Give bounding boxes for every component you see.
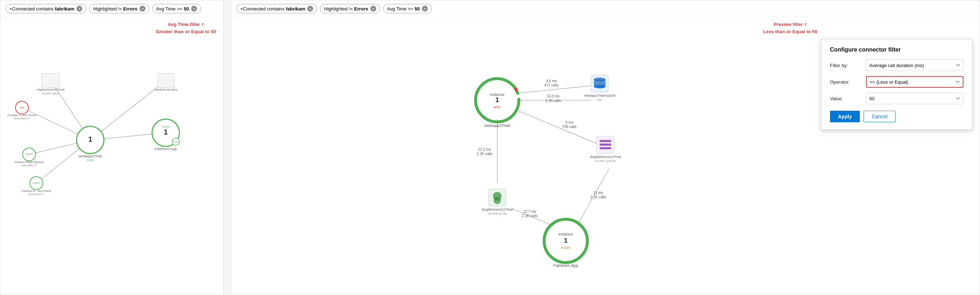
left-node-diag-label: diagfabrikam0137ha6 bbox=[37, 88, 65, 91]
config-value-label: Value: bbox=[830, 96, 862, 102]
right-filter-bar: +Connected contains fabrikam ✕ Highlight… bbox=[231, 0, 980, 17]
right-node-fabrikam-label: Fabrikam-App bbox=[553, 263, 578, 268]
svg-rect-51 bbox=[600, 144, 611, 146]
svg-point-47 bbox=[594, 85, 606, 88]
right-filter-avgtime-text: Avg Time >= 50 bbox=[387, 6, 420, 11]
svg-text:13.3 ms: 13.3 ms bbox=[547, 94, 560, 98]
svg-line-29 bbox=[519, 111, 606, 147]
left-filter-bar: +Connected contains fabrikam ✕ Highlight… bbox=[0, 0, 223, 17]
left-filter-avgtime-close[interactable]: ✕ bbox=[191, 6, 197, 11]
svg-text:4.6 ms: 4.6 ms bbox=[546, 79, 557, 83]
right-panel: +Connected contains fabrikam ✕ Highlight… bbox=[231, 0, 980, 295]
config-operator-row: Operator: <= (Less or Equal) >= (Greater… bbox=[830, 76, 963, 88]
svg-text:AVAILABILITY: AVAILABILITY bbox=[14, 117, 30, 120]
svg-text:Fabrikam-App: Fabrikam-App bbox=[154, 147, 177, 151]
svg-text:AVAILABILITY: AVAILABILITY bbox=[21, 164, 37, 167]
config-filter-by-label: Filter by: bbox=[830, 63, 862, 68]
right-filter-connected-close[interactable]: ✕ bbox=[307, 6, 313, 11]
left-filter-connected[interactable]: +Connected contains fabrikam ✕ bbox=[5, 4, 86, 13]
svg-text:●3%: ●3% bbox=[494, 105, 500, 109]
left-node-retailapp-label: retailapp37ha6 bbox=[78, 154, 102, 158]
left-filter-info: Avg Time filter = Greater than or Equal … bbox=[156, 21, 216, 35]
right-filter-avgtime[interactable]: Avg Time >= 50 ✕ bbox=[383, 4, 432, 13]
svg-text:2.1K calls: 2.1K calls bbox=[590, 195, 606, 199]
config-operator-label: Operator: bbox=[830, 79, 862, 85]
svg-text:100%: 100% bbox=[162, 125, 169, 128]
svg-text:instance: instance bbox=[558, 232, 573, 236]
svg-text:1: 1 bbox=[564, 237, 567, 244]
svg-text:2.1K calls: 2.1K calls bbox=[522, 214, 538, 218]
svg-text:Contoso R...vice Home: Contoso R...vice Home bbox=[22, 189, 52, 193]
config-filter-by-row: Filter by: Average call duration (ms) Ca… bbox=[830, 60, 963, 71]
right-filter-connected-text: +Connected contains fabrikam bbox=[240, 6, 305, 11]
svg-text:AZURE QUEUE: AZURE QUEUE bbox=[595, 159, 616, 163]
svg-text:11 ms: 11 ms bbox=[593, 191, 603, 195]
svg-text:100%: 100% bbox=[25, 152, 33, 156]
left-filter-highlighted-close[interactable]: ✕ bbox=[140, 6, 145, 11]
svg-text:1: 1 bbox=[495, 96, 499, 103]
left-filter-highlighted[interactable]: Highlighted != Errors ✕ bbox=[89, 4, 150, 13]
svg-text:1: 1 bbox=[164, 128, 168, 136]
svg-text:●1320: ●1320 bbox=[561, 246, 570, 249]
svg-text:706 calls: 706 calls bbox=[562, 125, 576, 129]
svg-text:fabrikam-aks-java: fabrikam-aks-java bbox=[155, 88, 177, 91]
svg-text:SQL: SQL bbox=[597, 98, 603, 102]
right-filter-avgtime-close[interactable]: ✕ bbox=[422, 6, 428, 11]
config-filter-by-select[interactable]: Average call duration (ms) Call count Fa… bbox=[866, 60, 963, 71]
svg-text:diagfabrikam0137ha6: diagfabrikam0137ha6 bbox=[482, 208, 513, 211]
svg-text:Contoso C..mer Check: Contoso C..mer Check bbox=[8, 114, 37, 117]
right-filter-highlighted-close[interactable]: ✕ bbox=[371, 6, 376, 11]
right-filter-info: Preview filter = Less than or Equal to 5… bbox=[763, 21, 817, 35]
svg-text:diagfabrikam0137ha6: diagfabrikam0137ha6 bbox=[590, 155, 621, 159]
left-filter-connected-close[interactable]: ✕ bbox=[76, 6, 82, 11]
config-operator-select[interactable]: <= (Less or Equal) >= (Greater or Equal)… bbox=[866, 76, 963, 88]
svg-text:6 ms: 6 ms bbox=[566, 121, 573, 124]
left-node-fabrikam-aks[interactable] bbox=[158, 74, 175, 88]
right-filter-highlighted-text: Highlighted != Errors bbox=[324, 6, 368, 11]
svg-rect-52 bbox=[600, 147, 611, 149]
svg-text:AVAIL: AVAIL bbox=[173, 141, 179, 143]
cancel-button[interactable]: Cancel bbox=[864, 111, 896, 122]
svg-text:12.7 ms: 12.7 ms bbox=[523, 209, 536, 214]
svg-text:477 calls: 477 calls bbox=[544, 83, 558, 87]
left-filter-avgtime-text: Avg Time >= 50 bbox=[156, 6, 189, 11]
svg-text:1.2K calls: 1.2K calls bbox=[546, 99, 561, 103]
svg-text:21.2 ms: 21.2 ms bbox=[478, 148, 491, 151]
config-actions: Apply Cancel bbox=[830, 111, 963, 122]
left-filter-avgtime[interactable]: Avg Time >= 50 ✕ bbox=[152, 4, 201, 13]
left-node-retailapp-value: 1 bbox=[88, 135, 92, 143]
svg-text:AZURE TABLE: AZURE TABLE bbox=[42, 92, 59, 95]
left-map-area: Avg Time filter = Greater than or Equal … bbox=[0, 17, 223, 292]
panel-divider bbox=[224, 0, 231, 295]
svg-rect-50 bbox=[600, 140, 611, 142]
right-filter-highlighted[interactable]: Highlighted != Errors ✕ bbox=[320, 4, 380, 13]
svg-text:AVAILABILITY: AVAILABILITY bbox=[28, 193, 45, 195]
right-map-area: Preview filter = Less than or Equal to 5… bbox=[231, 17, 980, 292]
left-panel: +Connected contains fabrikam ✕ Highlight… bbox=[0, 0, 224, 295]
right-node-retailapp-label: retailapp37ha6 bbox=[484, 123, 511, 128]
apply-button[interactable]: Apply bbox=[830, 111, 860, 122]
svg-text:0%: 0% bbox=[20, 106, 24, 109]
svg-text:100%: 100% bbox=[87, 159, 94, 162]
right-filter-connected[interactable]: +Connected contains fabrikam ✕ bbox=[236, 4, 317, 13]
svg-text:Contoso Retail Reports: Contoso Retail Reports bbox=[14, 160, 44, 164]
svg-point-56 bbox=[494, 197, 501, 204]
left-filter-connected-text: +Connected contains fabrikam bbox=[10, 6, 74, 11]
left-node-diag[interactable] bbox=[42, 74, 60, 88]
svg-text:100%: 100% bbox=[32, 181, 40, 185]
config-value-row: Value: 50 100 200 500 bbox=[830, 93, 963, 104]
left-graph-svg: 1 retailapp37ha6 100% diagfabrikam0137ha… bbox=[0, 17, 223, 292]
config-panel: Configure connector filter Filter by: Av… bbox=[821, 39, 972, 130]
svg-text:retailapp37ha6AppDB: retailapp37ha6AppDB bbox=[584, 94, 615, 97]
config-value-select[interactable]: 50 100 200 500 bbox=[866, 93, 963, 104]
svg-text:AZURE BLOB: AZURE BLOB bbox=[488, 212, 506, 215]
config-panel-title: Configure connector filter bbox=[830, 46, 963, 53]
left-filter-highlighted-text: Highlighted != Errors bbox=[93, 6, 137, 11]
svg-text:1.2K calls: 1.2K calls bbox=[477, 152, 492, 156]
